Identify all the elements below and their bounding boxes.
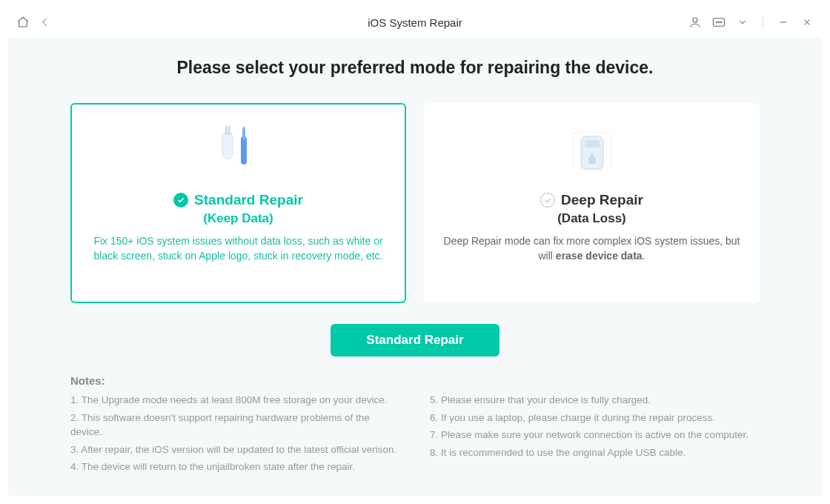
note-item: 2. This software doesn't support repairi…	[70, 411, 400, 440]
deep-repair-description: Deep Repair mode can fix more complex iO…	[442, 233, 742, 264]
close-icon[interactable]	[800, 16, 814, 29]
chat-icon[interactable]	[712, 16, 726, 29]
note-item: 3. After repair, the iOS version will be…	[70, 442, 400, 457]
wrench-screwdriver-icon	[213, 125, 265, 177]
svg-rect-6	[225, 126, 228, 135]
svg-point-3	[718, 21, 720, 23]
content-area: Please select your preferred mode for re…	[7, 37, 823, 497]
titlebar: iOS System Repair	[7, 7, 823, 37]
home-icon[interactable]	[16, 16, 30, 29]
svg-point-0	[693, 18, 697, 22]
note-item: 8. It is recommended to use the original…	[430, 445, 760, 460]
svg-rect-5	[222, 132, 233, 159]
mode-cards: Standard Repair (Keep Data) Fix 150+ iOS…	[70, 103, 760, 303]
deep-repair-subtitle: (Data Loss)	[557, 211, 626, 226]
standard-repair-button[interactable]: Standard Repair	[331, 324, 499, 357]
svg-rect-8	[241, 136, 247, 165]
notes-section: Notes: 1. The Upgrade mode needs at leas…	[70, 374, 760, 474]
note-item: 6. If you use a laptop, please charge it…	[430, 411, 760, 425]
user-icon[interactable]	[688, 16, 702, 29]
note-item: 1. The Upgrade mode needs at least 800M …	[70, 393, 400, 408]
app-title: iOS System Repair	[368, 16, 462, 29]
note-item: 7. Please make sure your network connect…	[430, 428, 760, 442]
check-circle-outline-icon	[540, 193, 555, 208]
minimize-icon[interactable]	[777, 16, 790, 29]
svg-rect-15	[585, 140, 600, 147]
chevron-down-icon[interactable]	[736, 16, 749, 29]
note-item: 4. The device will return to the unjailb…	[70, 460, 400, 474]
deep-repair-card[interactable]: Deep Repair (Data Loss) Deep Repair mode…	[424, 103, 760, 303]
standard-repair-title: Standard Repair	[194, 192, 303, 208]
note-item: 5. Please ensure that your device is ful…	[430, 393, 760, 408]
divider	[763, 16, 763, 28]
deep-repair-title: Deep Repair	[561, 192, 643, 208]
standard-repair-card[interactable]: Standard Repair (Keep Data) Fix 150+ iOS…	[70, 103, 406, 303]
svg-point-4	[720, 21, 722, 23]
check-circle-icon	[173, 193, 188, 208]
notes-title: Notes:	[70, 374, 760, 387]
standard-repair-description: Fix 150+ iOS system issues without data …	[88, 233, 388, 264]
phone-repair-icon	[566, 125, 618, 177]
page-heading: Please select your preferred mode for re…	[177, 58, 654, 78]
notes-left-column: 1. The Upgrade mode needs at least 800M …	[70, 393, 400, 474]
svg-rect-9	[242, 129, 245, 139]
svg-rect-7	[228, 126, 230, 135]
back-icon[interactable]	[39, 16, 52, 29]
svg-point-2	[716, 21, 717, 23]
standard-repair-subtitle: (Keep Data)	[203, 211, 273, 226]
notes-right-column: 5. Please ensure that your device is ful…	[430, 393, 760, 474]
